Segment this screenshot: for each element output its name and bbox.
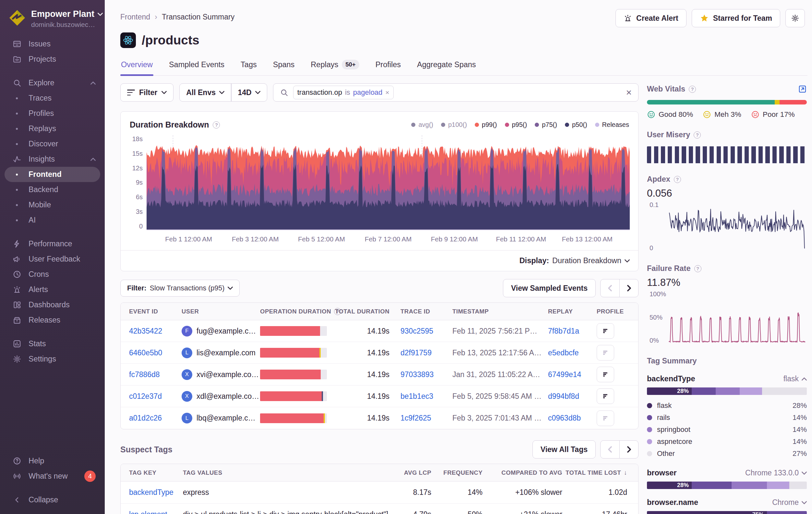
transactions-filter-dropdown[interactable]: Filter: Slow Transactions (p95) [120,280,240,297]
org-switcher[interactable]: Empower Plant dominik.buszowiec… [0,8,105,36]
date-range-dropdown[interactable]: 14D [232,84,267,101]
legend-avg[interactable]: avg() [411,121,433,129]
event-id-link[interactable]: 42b35422 [121,327,182,335]
sidebar-item-dashboards[interactable]: Dashboards [4,297,100,313]
col-replay[interactable]: Replay [548,308,597,315]
sidebar-item-crons[interactable]: Crons [4,267,100,282]
tab-sampled-events[interactable]: Sampled Events [168,59,225,75]
filter-dropdown[interactable]: Filter [120,83,173,102]
sidebar-item-settings[interactable]: Settings [4,351,100,367]
col-timestamp[interactable]: Timestamp [453,308,548,315]
col-profile[interactable]: Profile [597,308,639,315]
tab-spans[interactable]: Spans [272,59,295,75]
profile-button[interactable] [597,388,614,404]
view-all-tags-button[interactable]: View All Tags [532,440,596,459]
display-dropdown[interactable]: Duration Breakdown [552,256,630,265]
legend-releases[interactable]: Releases [595,121,629,129]
duration-chart[interactable] [147,135,630,230]
sidebar-group-insights[interactable]: Insights [4,152,100,167]
col-total-time-lost[interactable]: Total Time Lost↓ [573,469,638,476]
tag-distribution-bar[interactable]: 75% [647,511,807,514]
create-alert-button[interactable]: Create Alert [615,9,687,27]
event-id-link[interactable]: a01d2c26 [121,414,182,423]
tag-key-link[interactable]: backendType [121,488,183,497]
tag-value-dropdown[interactable]: Chrome [772,498,807,507]
event-id-link[interactable]: 6460e5b0 [121,349,182,357]
sidebar-item-frontend[interactable]: Frontend [4,167,100,182]
col-compared-to-avg[interactable]: Compared To Avg [494,469,573,476]
sidebar-item-profiles[interactable]: Profiles [4,106,100,121]
search-clear-icon[interactable]: × [626,87,632,98]
sidebar-item-alerts[interactable]: Alerts [4,282,100,297]
tag-distribution-bar[interactable]: 28% [647,387,807,395]
legend-p95[interactable]: p95() [505,121,527,129]
profile-button[interactable] [597,367,614,382]
col-frequency[interactable]: Frequency [442,469,494,476]
tab-tags[interactable]: Tags [240,59,258,75]
legend-p100[interactable]: p100() [441,121,467,129]
token-remove-icon[interactable]: × [385,88,389,97]
profile-button[interactable] [597,410,614,426]
help-question-icon[interactable]: ? [213,121,220,129]
replay-link[interactable]: d994bf8d [548,392,597,401]
tag-distribution-bar[interactable]: 28% [647,482,807,489]
tab-profiles[interactable]: Profiles [375,59,402,75]
trace-id-link[interactable]: 1c9f2625 [401,414,453,423]
sidebar-item-stats[interactable]: Stats [4,336,100,351]
pager-next-button[interactable] [619,441,638,458]
trace-id-link[interactable]: d2f91759 [401,349,453,357]
legend-p50[interactable]: p50() [565,121,587,129]
help-question-icon[interactable]: ? [674,176,681,183]
sidebar-item-ai[interactable]: AI [4,213,100,228]
sidebar-item-performance[interactable]: Performance [4,236,100,251]
trace-id-link[interactable]: 97033893 [401,370,453,379]
replay-link[interactable]: 67499e14 [548,370,597,379]
help-question-icon[interactable]: ? [694,265,701,272]
tag-value-dropdown[interactable]: flask [783,375,807,383]
col-avg-lcp[interactable]: Avg LCP [400,469,442,476]
sidebar-collapse-button[interactable]: Collapse [4,492,100,508]
col-tag-values[interactable]: Tag Values [183,469,400,476]
trace-id-link[interactable]: 930c2595 [401,327,453,335]
sidebar-item-projects[interactable]: Projects [4,52,100,67]
search-input[interactable]: transaction.op is pageload × × [273,83,639,102]
web-vitals-bar[interactable] [647,100,807,105]
sidebar-item-issues[interactable]: Issues [4,36,100,52]
col-trace-id[interactable]: Trace ID [401,308,453,315]
sidebar-item-backend[interactable]: Backend [4,182,100,197]
tag-key-link[interactable]: lcp.element [121,510,183,514]
apdex-chart[interactable] [667,200,807,252]
view-sampled-events-button[interactable]: View Sampled Events [503,279,596,297]
pager-prev-button[interactable] [601,441,619,458]
col-tag-key[interactable]: Tag Key [121,469,183,476]
starred-for-team-button[interactable]: Starred for Team [692,9,780,27]
pager-next-button[interactable] [619,279,638,297]
search-token[interactable]: transaction.op is pageload × [293,86,394,99]
legend-p75[interactable]: p75() [535,121,557,129]
open-in-new-icon[interactable] [798,85,807,93]
sidebar-item-help[interactable]: Help [4,453,100,468]
failure-rate-chart[interactable] [667,290,807,345]
sidebar-item-whats-new[interactable]: What's new 4 [4,468,100,484]
replay-link[interactable]: c0963d8b [548,414,597,423]
trace-id-link[interactable]: be1b1ec3 [401,392,453,401]
breadcrumb-frontend[interactable]: Frontend [120,12,150,21]
sidebar-item-mobile[interactable]: Mobile [4,197,100,213]
tab-overview[interactable]: Overview [120,59,153,75]
sidebar-item-traces[interactable]: Traces [4,90,100,106]
legend-p99[interactable]: p99() [475,121,497,129]
col-operation-duration[interactable]: Operation Duration? [260,308,343,315]
col-total-duration[interactable]: Total Duration [343,308,401,315]
pager-prev-button[interactable] [601,279,619,297]
help-question-icon[interactable]: ? [694,131,701,139]
sidebar-item-releases[interactable]: Releases [4,313,100,328]
help-question-icon[interactable]: ? [689,86,696,93]
environment-dropdown[interactable]: All Envs [180,84,231,101]
sidebar-item-user-feedback[interactable]: User Feedback [4,251,100,267]
sidebar-item-replays[interactable]: Replays [4,121,100,136]
tab-aggregate-spans[interactable]: Aggregate Spans [416,59,477,75]
transaction-settings-button[interactable] [785,9,805,27]
profile-button[interactable] [597,323,614,339]
profile-button[interactable] [597,345,614,360]
replay-link[interactable]: 7f8b7d1a [548,327,597,335]
